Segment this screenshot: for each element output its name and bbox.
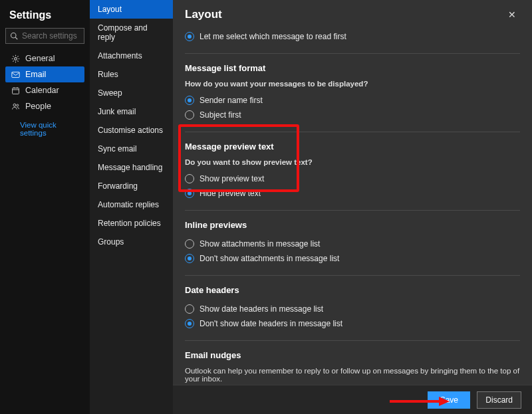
svg-point-2 — [14, 57, 17, 60]
svg-rect-3 — [11, 72, 19, 77]
gear-icon — [11, 54, 20, 63]
section-message-list-format: Message list format How do you want your… — [185, 53, 520, 132]
panel-footer: Save Discard — [173, 385, 532, 414]
section-top: Let me select which message to read firs… — [185, 27, 520, 53]
subnav-item-sweep[interactable]: Sweep — [90, 84, 173, 102]
subnav-item-automatic-replies[interactable]: Automatic replies — [90, 195, 173, 214]
sidebar-item-general[interactable]: General — [5, 51, 84, 66]
view-quick-settings-link[interactable]: View quick settings — [5, 114, 84, 137]
section-title: Message preview text — [185, 142, 520, 152]
radio-label: Don't show date headers in message list — [200, 319, 342, 328]
settings-window: Settings General Email Calendar — [0, 0, 532, 414]
section-desc: How do you want your messages to be disp… — [185, 80, 520, 88]
sidebar-item-email[interactable]: Email — [5, 66, 84, 82]
subnav-item-attachments[interactable]: Attachments — [90, 47, 173, 65]
subnav-item-layout[interactable]: Layout — [90, 0, 173, 19]
panel-body: Let me select which message to read firs… — [173, 27, 532, 385]
mail-icon — [11, 70, 20, 79]
radio-label: Show preview text — [200, 174, 264, 183]
secondary-sidebar: Layout Compose and reply Attachments Rul… — [90, 0, 173, 414]
search-input[interactable] — [22, 31, 80, 41]
sidebar-item-people[interactable]: People — [5, 98, 84, 114]
svg-line-1 — [15, 37, 17, 39]
subnav-item-forwarding[interactable]: Forwarding — [90, 177, 173, 195]
search-icon — [10, 32, 18, 40]
radio-icon — [185, 189, 194, 198]
sidebar-item-label: General — [25, 54, 55, 63]
section-email-nudges: Email nudges Outlook can help you rememb… — [185, 340, 520, 385]
radio-hide-preview-text[interactable]: Hide preview text — [185, 186, 520, 201]
radio-subject-first[interactable]: Subject first — [185, 108, 520, 122]
subnav-item-rules[interactable]: Rules — [90, 65, 173, 84]
radio-icon — [185, 110, 194, 120]
radio-icon — [185, 304, 194, 314]
radio-icon — [185, 239, 194, 249]
radio-label: Subject first — [200, 110, 241, 120]
radio-select-message-to-read[interactable]: Let me select which message to read firs… — [185, 29, 520, 44]
subnav-item-sync-email[interactable]: Sync email — [90, 140, 173, 158]
svg-point-9 — [16, 104, 18, 106]
panel-title: Layout — [185, 8, 222, 21]
section-title: Inline previews — [185, 220, 520, 230]
radio-show-attachments[interactable]: Show attachments in message list — [185, 237, 520, 251]
sidebar-item-label: People — [25, 102, 51, 111]
content-panel: Layout ✕ Let me select which message to … — [173, 0, 532, 414]
search-box[interactable] — [5, 28, 84, 44]
subnav-item-junk-email[interactable]: Junk email — [90, 102, 173, 121]
section-title: Email nudges — [185, 350, 520, 360]
section-title: Date headers — [185, 285, 520, 295]
section-message-preview-text: Message preview text Do you want to show… — [185, 132, 520, 210]
calendar-icon — [11, 86, 20, 95]
radio-dont-show-attachments[interactable]: Don't show attachments in message list — [185, 251, 520, 266]
subnav-item-groups[interactable]: Groups — [90, 233, 173, 251]
radio-sender-name-first[interactable]: Sender name first — [185, 93, 520, 108]
radio-show-date-headers[interactable]: Show date headers in message list — [185, 302, 520, 316]
radio-dont-show-date-headers[interactable]: Don't show date headers in message list — [185, 316, 520, 331]
settings-title: Settings — [9, 9, 80, 21]
radio-label: Sender name first — [200, 96, 263, 105]
section-date-headers: Date headers Show date headers in messag… — [185, 275, 520, 340]
svg-rect-4 — [12, 88, 19, 94]
primary-sidebar: Settings General Email Calendar — [0, 0, 90, 414]
radio-icon — [185, 319, 194, 328]
subnav-item-retention-policies[interactable]: Retention policies — [90, 214, 173, 233]
radio-label: Let me select which message to read firs… — [200, 32, 346, 41]
radio-label: Don't show attachments in message list — [200, 254, 339, 263]
panel-header: Layout ✕ — [173, 0, 532, 27]
section-inline-previews: Inline previews Show attachments in mess… — [185, 210, 520, 275]
section-desc: Outlook can help you remember to reply t… — [185, 367, 520, 383]
subnav-item-compose[interactable]: Compose and reply — [90, 19, 173, 47]
close-button[interactable]: ✕ — [504, 7, 520, 23]
section-desc: Do you want to show preview text? — [185, 158, 520, 166]
radio-label: Show attachments in message list — [200, 239, 320, 249]
section-title: Message list format — [185, 63, 520, 73]
radio-label: Show date headers in message list — [200, 304, 323, 314]
discard-button[interactable]: Discard — [477, 391, 521, 409]
close-icon: ✕ — [508, 9, 516, 20]
radio-icon — [185, 96, 194, 105]
sidebar-item-label: Email — [25, 70, 46, 79]
save-button[interactable]: Save — [428, 391, 470, 409]
radio-icon — [185, 254, 194, 263]
radio-icon — [185, 32, 194, 41]
sidebar-item-label: Calendar — [25, 86, 59, 95]
radio-label: Hide preview text — [200, 189, 261, 198]
sidebar-item-calendar[interactable]: Calendar — [5, 82, 84, 98]
radio-icon — [185, 174, 194, 183]
people-icon — [11, 102, 20, 111]
subnav-item-customise-actions[interactable]: Customise actions — [90, 121, 173, 140]
radio-show-preview-text[interactable]: Show preview text — [185, 171, 520, 186]
svg-point-8 — [13, 104, 16, 106]
subnav-item-message-handling[interactable]: Message handling — [90, 158, 173, 177]
svg-point-0 — [11, 33, 17, 39]
